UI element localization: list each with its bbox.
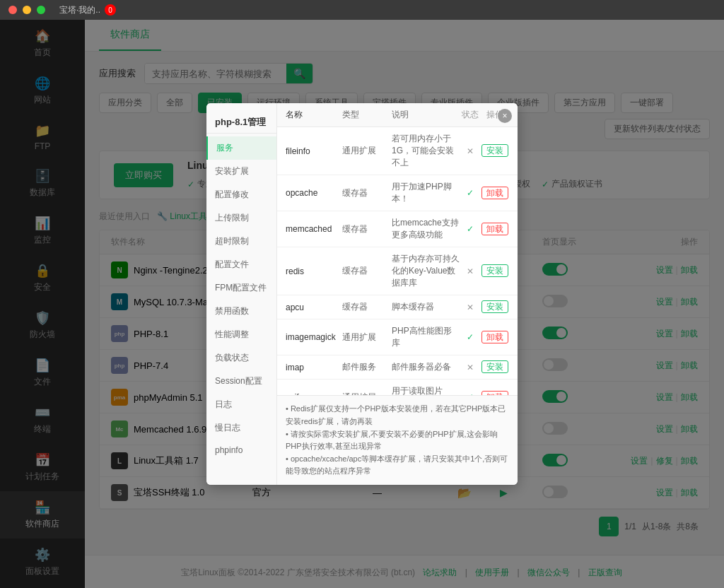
ext-name-imap: imap [286,363,342,372]
ext-row-opcache: opcache 缓存器 用于加速PHP脚本！ ✓ 卸载 [277,175,518,211]
action-btn-apcu[interactable]: 安装 [481,300,508,313]
modal-overlay: × php-8.1管理 服务 安装扩展 配置修改 上传限制 超时限制 配置文件 … [0,0,724,588]
action-btn-imagemagick[interactable]: 卸载 [481,331,508,343]
modal-nav-log[interactable]: 日志 [206,393,276,416]
modal-note-1: 请按实际需求安装扩展,不要安装不必要的PHP扩展,这会影响PHP执行效率,甚至出… [286,428,509,453]
modal-nav-fpm-config[interactable]: FPM配置文件 [206,276,276,300]
ext-row-imap: imap 邮件服务 邮件服务器必备 ✕ 安装 [277,355,518,380]
status-icon-memcached: ✓ [467,224,474,234]
ext-name-apcu: apcu [286,302,342,312]
modal-nav-service[interactable]: 服务 [206,136,276,160]
action-btn-fileinfo[interactable]: 安装 [481,144,508,157]
modal-note-2: opcache/xcache/apc等脚本缓存扩展，请只安装其中1个,否则可能导… [286,453,509,478]
mcol-header-type: 类型 [342,109,392,121]
notification-badge: 0 [105,4,116,16]
ext-desc-redis: 基于内存亦可持久化的Key-Value数据库库 [392,253,460,289]
ext-type-opcache: 缓存器 [342,187,392,199]
ext-desc-memcached: 比memcache支持更多高级功能 [392,217,460,241]
ext-name-imagemagick: imagemagick [286,332,342,342]
mcol-header-desc: 说明 [392,109,460,121]
modal-content-area: 名称 类型 说明 状态 操作 fileinfo 通用扩展 若可用内存小于1G，可… [277,103,518,485]
modal-footer-notes: Redis扩展仅支持一个PHP版本安装使用，若在其它PHP版本已安装redis扩… [277,395,518,485]
ext-name-fileinfo: fileinfo [286,146,342,156]
modal-sidebar: php-8.1管理 服务 安装扩展 配置修改 上传限制 超时限制 配置文件 FP… [206,103,277,485]
modal-nav-config-file[interactable]: 配置文件 [206,253,276,276]
close-btn[interactable] [8,6,17,14]
modal-nav-slow-log[interactable]: 慢日志 [206,416,276,440]
mcol-header-name: 名称 [286,109,342,121]
modal-table-header: 名称 类型 说明 状态 操作 [277,103,518,127]
ext-desc-exif: 用于读取图片EXIF信息 [392,385,460,395]
ext-name-redis: redis [286,266,342,276]
ext-row-imagemagick: imagemagick 通用扩展 PHP高性能图形库 ✓ 卸载 [277,319,518,355]
ext-type-apcu: 缓存器 [342,301,392,313]
ext-type-imagemagick: 通用扩展 [342,331,392,343]
modal-nav-upload-limit[interactable]: 上传限制 [206,206,276,230]
modal-nav-timeout[interactable]: 超时限制 [206,230,276,253]
titlebar: 宝塔·我的.. 0 [0,0,724,20]
modal-body: 名称 类型 说明 状态 操作 fileinfo 通用扩展 若可用内存小于1G，可… [277,103,518,395]
ext-type-imap: 邮件服务 [342,361,392,373]
status-icon-apcu: ✕ [467,302,474,312]
ext-type-fileinfo: 通用扩展 [342,145,392,157]
modal-nav-phpinfo[interactable]: phpinfo [206,440,276,461]
status-icon-opcache: ✓ [467,188,474,198]
ext-type-memcached: 缓存器 [342,223,392,235]
status-icon-fileinfo: ✕ [467,146,474,156]
status-icon-imagemagick: ✓ [467,332,474,342]
php-manage-modal: × php-8.1管理 服务 安装扩展 配置修改 上传限制 超时限制 配置文件 … [206,103,518,485]
status-icon-redis: ✕ [467,266,474,276]
ext-row-fileinfo: fileinfo 通用扩展 若可用内存小于1G，可能会安装不上 ✕ 安装 [277,127,518,175]
maximize-btn[interactable] [37,6,45,14]
modal-nav-config[interactable]: 配置修改 [206,183,276,206]
action-btn-memcached[interactable]: 卸载 [481,223,508,235]
titlebar-title: 宝塔·我的.. 0 [59,4,116,16]
modal-nav-disabled-funcs[interactable]: 禁用函数 [206,300,276,323]
modal-nav-session[interactable]: Session配置 [206,370,276,393]
ext-desc-opcache: 用于加速PHP脚本！ [392,181,460,205]
ext-row-redis: redis 缓存器 基于内存亦可持久化的Key-Value数据库库 ✕ 安装 [277,247,518,295]
ext-row-memcached: memcached 缓存器 比memcache支持更多高级功能 ✓ 卸载 [277,211,518,247]
modal-note-0: Redis扩展仅支持一个PHP版本安装使用，若在其它PHP版本已安装redis扩… [286,403,509,428]
ext-desc-apcu: 脚本缓存器 [392,301,460,313]
modal-nav-install-ext[interactable]: 安装扩展 [206,160,276,183]
ext-desc-imap: 邮件服务器必备 [392,361,460,373]
action-btn-exif[interactable]: 卸载 [481,391,508,396]
modal-close-button[interactable]: × [498,109,512,123]
ext-desc-fileinfo: 若可用内存小于1G，可能会安装不上 [392,133,460,169]
ext-desc-imagemagick: PHP高性能图形库 [392,325,460,349]
modal-nav-perf[interactable]: 性能调整 [206,323,276,346]
mcol-header-status: 状态 [460,109,481,121]
action-btn-redis[interactable]: 安装 [481,264,508,277]
action-btn-imap[interactable]: 安装 [481,360,508,373]
ext-row-apcu: apcu 缓存器 脚本缓存器 ✕ 安装 [277,295,518,319]
action-btn-opcache[interactable]: 卸载 [481,187,508,199]
ext-row-exif: exif 通用扩展 用于读取图片EXIF信息 ✓ 卸载 [277,380,518,395]
minimize-btn[interactable] [23,6,31,14]
ext-name-memcached: memcached [286,224,342,234]
ext-name-opcache: opcache [286,188,342,198]
modal-nav-load[interactable]: 负载状态 [206,346,276,370]
modal-title: php-8.1管理 [206,109,276,134]
ext-type-redis: 缓存器 [342,265,392,277]
status-icon-imap: ✕ [467,363,474,372]
